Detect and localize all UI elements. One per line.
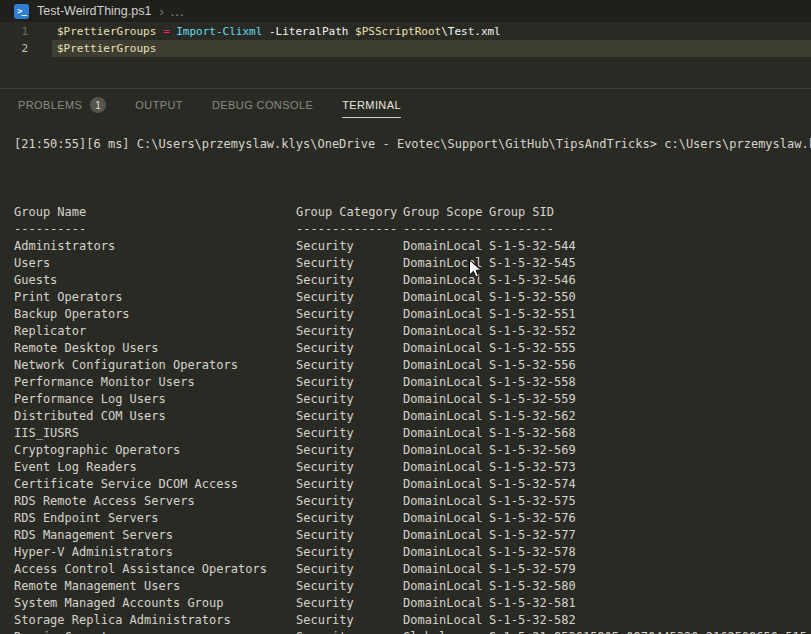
table-cell: DomainLocal bbox=[403, 578, 489, 595]
table-cell: DomainLocal bbox=[403, 238, 489, 255]
panel-tab-debug-console[interactable]: DEBUG CONSOLE bbox=[212, 89, 313, 121]
table-cell: S-1-5-32-580 bbox=[489, 578, 811, 595]
table-cell: Print Operators bbox=[14, 289, 296, 306]
panel-tab-terminal[interactable]: TERMINAL bbox=[342, 89, 401, 121]
powershell-icon: >_ bbox=[14, 4, 29, 19]
table-row: Certificate Service DCOM AccessSecurityD… bbox=[14, 476, 811, 493]
table-cell: DomainLocal bbox=[403, 459, 489, 476]
table-row: Event Log ReadersSecurityDomainLocalS-1-… bbox=[14, 459, 811, 476]
terminal-output[interactable]: [21:50:55][6 ms] C:\Users\przemyslaw.kly… bbox=[0, 121, 811, 634]
terminal-blank-line bbox=[14, 153, 811, 170]
table-cell: Security bbox=[296, 595, 403, 612]
table-cell: S-1-5-32-576 bbox=[489, 510, 811, 527]
table-cell: Performance Log Users bbox=[14, 391, 296, 408]
table-cell: S-1-5-32-579 bbox=[489, 561, 811, 578]
table-cell: Security bbox=[296, 408, 403, 425]
table-cell: S-1-5-32-545 bbox=[489, 255, 811, 272]
table-cell: RDS Management Servers bbox=[14, 527, 296, 544]
table-cell: DomainLocal bbox=[403, 544, 489, 561]
table-cell: S-1-5-32-546 bbox=[489, 272, 811, 289]
table-cell: DomainLocal bbox=[403, 595, 489, 612]
table-row: Cryptographic OperatorsSecurityDomainLoc… bbox=[14, 442, 811, 459]
panel-tab-output[interactable]: OUTPUT bbox=[135, 89, 183, 121]
table-row: Access Control Assistance OperatorsSecur… bbox=[14, 561, 811, 578]
table-cell: S-1-5-32-578 bbox=[489, 544, 811, 561]
table-row: Hyper-V AdministratorsSecurityDomainLoca… bbox=[14, 544, 811, 561]
table-row: Remote Desktop UsersSecurityDomainLocalS… bbox=[14, 340, 811, 357]
panel-tab-label: DEBUG CONSOLE bbox=[212, 93, 313, 118]
editor-header: >_ Test-WeirdThing.ps1 › ... bbox=[0, 0, 811, 22]
table-cell: Certificate Service DCOM Access bbox=[14, 476, 296, 493]
line-number: 2 bbox=[0, 40, 40, 57]
terminal-blank-line bbox=[14, 187, 811, 204]
table-cell: DomainLocal bbox=[403, 527, 489, 544]
table-cell: Security bbox=[296, 629, 403, 634]
table-cell: Security bbox=[296, 255, 403, 272]
line-number: 1 bbox=[0, 23, 40, 40]
table-cell: DomainLocal bbox=[403, 493, 489, 510]
table-cell: Security bbox=[296, 510, 403, 527]
table-cell: RDS Endpoint Servers bbox=[14, 510, 296, 527]
table-row: Distributed COM UsersSecurityDomainLocal… bbox=[14, 408, 811, 425]
table-cell: --------- bbox=[489, 221, 811, 238]
table-cell: ----------- bbox=[403, 221, 489, 238]
table-cell: DomainLocal bbox=[403, 408, 489, 425]
terminal-prompt-line: [21:50:55][6 ms] C:\Users\przemyslaw.kly… bbox=[14, 136, 811, 153]
table-cell: Remote Management Users bbox=[14, 578, 296, 595]
code-line[interactable]: 2$PrettierGroups bbox=[0, 40, 811, 57]
table-row: Print OperatorsSecurityDomainLocalS-1-5-… bbox=[14, 289, 811, 306]
table-cell: S-1-5-32-581 bbox=[489, 595, 811, 612]
table-cell: Access Control Assistance Operators bbox=[14, 561, 296, 578]
table-cell: Security bbox=[296, 357, 403, 374]
table-cell: S-1-5-32-556 bbox=[489, 357, 811, 374]
table-cell: S-1-5-32-575 bbox=[489, 493, 811, 510]
table-cell: Group Scope bbox=[403, 204, 489, 221]
table-cell: DomainLocal bbox=[403, 391, 489, 408]
table-cell: S-1-5-32-573 bbox=[489, 459, 811, 476]
table-cell: Security bbox=[296, 527, 403, 544]
table-cell: -------------- bbox=[296, 221, 403, 238]
table-cell: DomainLocal bbox=[403, 612, 489, 629]
table-cell: Security bbox=[296, 272, 403, 289]
table-cell: Remote Desktop Users bbox=[14, 340, 296, 357]
table-cell: S-1-5-32-568 bbox=[489, 425, 811, 442]
panel-tab-label: PROBLEMS bbox=[18, 93, 82, 118]
code-editor[interactable]: 1$PrettierGroups = Import-Clixml -Litera… bbox=[0, 22, 811, 88]
vscode-window: >_ Test-WeirdThing.ps1 › ... 1$PrettierG… bbox=[0, 0, 811, 634]
table-cell: S-1-5-32-582 bbox=[489, 612, 811, 629]
table-cell: System Managed Accounts Group bbox=[14, 595, 296, 612]
table-cell: DomainLocal bbox=[403, 357, 489, 374]
table-cell: Security bbox=[296, 476, 403, 493]
table-row: RDS Endpoint ServersSecurityDomainLocalS… bbox=[14, 510, 811, 527]
table-cell: Security bbox=[296, 544, 403, 561]
table-cell: Security bbox=[296, 340, 403, 357]
table-cell: Performance Monitor Users bbox=[14, 374, 296, 391]
table-cell: DomainLocal bbox=[403, 289, 489, 306]
table-row: GuestsSecurityDomainLocalS-1-5-32-546 bbox=[14, 272, 811, 289]
table-cell: Storage Replica Administrators bbox=[14, 612, 296, 629]
table-cell: DomainLocal bbox=[403, 425, 489, 442]
table-cell: S-1-5-32-550 bbox=[489, 289, 811, 306]
table-cell: Security bbox=[296, 578, 403, 595]
mouse-cursor bbox=[468, 259, 482, 280]
table-cell: Security bbox=[296, 306, 403, 323]
table-cell: S-1-5-21-853615905-0970445330-2162508650… bbox=[489, 629, 811, 634]
table-cell: DomainLocal bbox=[403, 561, 489, 578]
table-cell: Security bbox=[296, 391, 403, 408]
file-name[interactable]: Test-WeirdThing.ps1 bbox=[37, 4, 151, 18]
table-row: RDS Management ServersSecurityDomainLoca… bbox=[14, 527, 811, 544]
panel-tab-problems[interactable]: PROBLEMS1 bbox=[18, 89, 106, 121]
table-cell: Hyper-V Administrators bbox=[14, 544, 296, 561]
table-row: IIS_IUSRSSecurityDomainLocalS-1-5-32-568 bbox=[14, 425, 811, 442]
code-line[interactable]: 1$PrettierGroups = Import-Clixml -Litera… bbox=[0, 23, 811, 40]
table-cell: S-1-5-32-559 bbox=[489, 391, 811, 408]
breadcrumb-ellipsis[interactable]: ... bbox=[171, 4, 185, 19]
table-row: UsersSecurityDomainLocalS-1-5-32-545 bbox=[14, 255, 811, 272]
table-cell: Distributed COM Users bbox=[14, 408, 296, 425]
table-cell: Security bbox=[296, 374, 403, 391]
table-cell: Group Category bbox=[296, 204, 403, 221]
table-cell: Users bbox=[14, 255, 296, 272]
table-cell: S-1-5-32-555 bbox=[489, 340, 811, 357]
table-row: Remote Management UsersSecurityDomainLoc… bbox=[14, 578, 811, 595]
panel-tab-label: TERMINAL bbox=[342, 93, 401, 118]
